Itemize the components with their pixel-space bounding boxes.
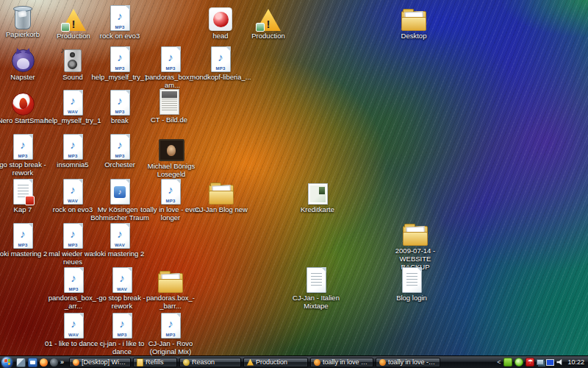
- audio-file-icon: ♪MP3: [110, 46, 130, 72]
- firefox-icon[interactable]: [40, 358, 48, 367]
- audio-file-icon: ♪MP3: [63, 134, 83, 160]
- tray-chevron-icon[interactable]: <: [497, 359, 501, 366]
- desktop-icon[interactable]: CT - Bild.de: [138, 88, 200, 124]
- audio-file-icon: ♪MP3: [211, 46, 231, 72]
- desktop-icon[interactable]: Blog login: [381, 266, 442, 302]
- taskbar-button-label: [Desktop] Wie sieht ...: [82, 358, 127, 366]
- news-thumbnail-icon: [159, 89, 179, 115]
- desktop-icon-label: Desktop: [401, 32, 427, 40]
- desktop-icon-label: Nero StartSmart: [0, 117, 48, 125]
- folder-icon: [158, 273, 183, 293]
- taskbar-button-label: Refills: [146, 358, 164, 366]
- clock[interactable]: 10:22: [567, 358, 584, 366]
- desktop-icon-label: pandoras.box_-_barr...: [140, 294, 201, 311]
- audio-file-icon: ♪MP3: [63, 223, 83, 249]
- audio-file-icon: ♪WAV: [110, 223, 130, 249]
- taskbar-button-label: Production: [256, 358, 287, 366]
- napster-icon: [12, 49, 35, 72]
- desktop-icon[interactable]: Desktop: [383, 4, 445, 40]
- task-buttons: [Desktop] Wie sieht ...RefillsReasonProd…: [69, 358, 440, 367]
- audio-file-icon: ♪MP3: [110, 5, 130, 31]
- wma-file-icon: ♪: [110, 179, 130, 205]
- desktop-icon-label: Napster: [10, 74, 35, 82]
- recycle-bin-icon: [15, 8, 31, 29]
- status-icon[interactable]: [514, 358, 523, 367]
- desktop-icon-label: rock on evo3: [100, 32, 140, 40]
- desktop-wallpaper: Papierkorb!Production♪MP3rock on evo3hea…: [0, 0, 588, 355]
- desktop-icon[interactable]: ♪MP3rock on evo3: [89, 4, 151, 40]
- overflow-chevron[interactable]: »: [60, 358, 64, 367]
- avira-icon[interactable]: [526, 358, 534, 367]
- speaker-icon: ♪: [64, 49, 82, 72]
- desktop-icon-label: Kap 7: [14, 206, 32, 214]
- taskbar-button[interactable]: toally in love - even ...: [310, 358, 373, 367]
- start-button[interactable]: [1, 357, 12, 368]
- desktop-icon-label: Blog login: [396, 294, 427, 302]
- app-shortcut-icon: [256, 23, 265, 32]
- desktop-icon-label: break: [111, 117, 129, 125]
- nero-icon: [12, 93, 35, 116]
- audio-file-icon: ♪MP3: [13, 223, 33, 249]
- audio-file-icon: ♪WAV: [63, 179, 83, 205]
- taskbar-button-label: Reason: [192, 358, 215, 366]
- desktop-icon[interactable]: pandoras.box_-_barr...: [140, 266, 201, 311]
- desktop-icon[interactable]: CJ-Jan Blog new: [190, 178, 252, 214]
- desktop-icon[interactable]: ♪MP3mondkopf-liberia_...: [190, 46, 251, 82]
- desktop-icon[interactable]: CJ-Jan - Italien Mixtape: [285, 266, 347, 311]
- desktop-icon[interactable]: !Production: [237, 4, 299, 40]
- taskbar-button-label: toally in love - even ...: [388, 358, 437, 366]
- desktop-icon-label: head: [212, 32, 228, 40]
- desktop-icon-label: CJ-Jan Blog new: [195, 206, 248, 214]
- desktop-icon[interactable]: Michael Bönigs Losegeld: [140, 135, 202, 179]
- media-player-icon[interactable]: [50, 358, 58, 367]
- volume-icon[interactable]: [556, 359, 563, 366]
- desktop-icon-label: insomnia5: [57, 161, 88, 169]
- windows-logo-icon: [4, 359, 10, 366]
- pdf-file-icon: [13, 179, 33, 205]
- taskbar-button[interactable]: toally in love - even ...: [376, 358, 440, 367]
- folder-icon: [403, 226, 428, 246]
- display-icon[interactable]: [546, 359, 554, 366]
- desktop-icon-label: rock on evo3: [53, 206, 93, 214]
- warning-icon: !: [61, 9, 86, 31]
- desktop-icon-label: loki mastering 2: [96, 250, 145, 258]
- taskbar-button[interactable]: Reason: [179, 358, 241, 367]
- mail-icon[interactable]: [28, 358, 37, 367]
- audio-file-icon: ♪WAV: [112, 267, 132, 293]
- desktop-icon-label: mondkopf-liberia_...: [190, 74, 251, 82]
- audio-file-icon: ♪MP3: [161, 46, 181, 72]
- app-shortcut-icon: [61, 23, 70, 32]
- audio-file-icon: ♪MP3: [110, 134, 130, 160]
- warning-icon: !: [256, 9, 281, 31]
- network-icon[interactable]: [537, 359, 544, 365]
- desktop-icon-label: Papierkorb: [6, 31, 40, 39]
- desktop-icon[interactable]: 2009-07-14 - WEBSITE BACKUP: [384, 219, 446, 272]
- desktop-icon-label: Michael Bönigs Losegeld: [140, 163, 202, 179]
- red-orb-thumbnail-icon: [209, 7, 232, 31]
- text-file-icon: [306, 267, 326, 293]
- folder-icon: [209, 185, 234, 205]
- desktop-icon[interactable]: Kreditkarte: [287, 178, 348, 214]
- audio-file-icon: ♪MP3: [110, 90, 130, 116]
- audio-icon: [314, 359, 320, 366]
- taskbar: » [Desktop] Wie sieht ...RefillsReasonPr…: [0, 355, 588, 368]
- folder-icon: [401, 11, 426, 31]
- taskbar-button[interactable]: [Desktop] Wie sieht ...: [69, 358, 131, 367]
- taskbar-button-label: toally in love - even ...: [323, 358, 370, 366]
- audio-icon: [379, 359, 386, 366]
- audio-file-icon: ♪MP3: [13, 134, 33, 160]
- image-file-icon: [308, 183, 328, 205]
- messenger-icon[interactable]: [503, 358, 512, 367]
- desktop-icon-label: Production: [57, 32, 90, 40]
- desktop-icon[interactable]: ♪MP3CJ-Jan - Rovo (Original Mix): [140, 312, 201, 356]
- taskbar-button[interactable]: Refills: [133, 358, 177, 367]
- desktop-icon[interactable]: ♪WAVloki mastering 2: [89, 222, 151, 258]
- audio-file-icon: ♪MP3: [64, 267, 84, 293]
- desktop-icon-label: loki mastering 2: [0, 250, 47, 258]
- audio-file-icon: ♪WAV: [63, 90, 83, 116]
- show-desktop-icon[interactable]: [16, 358, 26, 367]
- firefox-icon: [73, 359, 79, 366]
- taskbar-button[interactable]: Production: [243, 358, 308, 367]
- desktop-icon-label: Kreditkarte: [301, 206, 334, 214]
- audio-file-icon: ♪WAV: [64, 313, 84, 339]
